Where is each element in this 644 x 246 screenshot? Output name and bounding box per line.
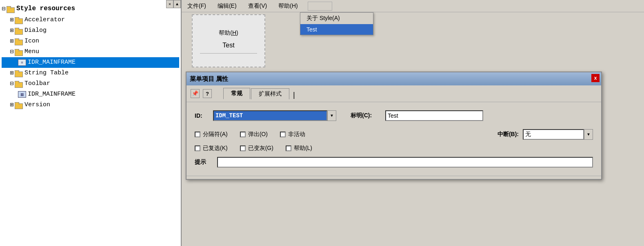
break-select[interactable] — [523, 129, 584, 140]
checkbox-row-2: 已复选(K) 已变灰(G) 帮助(L) — [195, 145, 593, 152]
properties-dialog: 菜单项目 属性 x 📌 ? 常规 扩展样式 | ID: ▼ 标明( — [186, 72, 602, 180]
expand-icon: ⊞ — [10, 69, 14, 77]
folder-icon — [15, 38, 23, 45]
checkbox-checked: 已复选(K) — [195, 145, 228, 152]
expand-icon: ⊟ — [10, 80, 14, 87]
dialog-toolbar: 📌 ? 常规 扩展样式 | — [187, 85, 601, 102]
help-btn[interactable]: ? — [203, 89, 212, 98]
folder-icon — [15, 17, 23, 23]
menu-preview-test-item[interactable]: Test — [214, 39, 242, 51]
tree-label-toolbar: Toolbar — [24, 79, 50, 89]
tree-root[interactable]: ⊟ Style resources — [2, 3, 179, 15]
checkbox-inactive-box[interactable] — [280, 132, 286, 137]
menu-extra-btn[interactable] — [308, 2, 332, 11]
resource-tree: ⊟ Style resources ⊞ Accelerator ⊞ Dialog… — [0, 0, 181, 114]
checkbox-checked-label: 已复选(K) — [203, 145, 228, 152]
tree-item-menu[interactable]: ⊟ Menu — [2, 47, 179, 57]
tree-label-icon: Icon — [24, 36, 39, 46]
folder-icon — [15, 49, 23, 55]
dropdown-item-about[interactable]: 关于 Style(A) — [300, 13, 373, 24]
menu-edit[interactable]: 编辑(E) — [216, 2, 238, 11]
id-label: ID: — [195, 112, 207, 119]
dialog-bottom-bar — [187, 176, 601, 179]
tree-item-string-table[interactable]: ⊞ String Table — [2, 68, 179, 78]
tree-label-string-table: String Table — [24, 68, 69, 78]
left-panel: ▲ ✕ ⊟ Style resources ⊞ Accelerator ⊞ Di… — [0, 0, 182, 246]
tree-item-toolbar[interactable]: ⊟ Toolbar — [2, 78, 179, 89]
checkbox-grayed: 已变灰(G) — [240, 145, 273, 152]
expand-icon: ⊞ — [10, 37, 14, 45]
checkbox-help: 帮助(L) — [286, 145, 312, 152]
folder-icon — [15, 27, 23, 34]
checkbox-popup: 弹出(O) — [240, 131, 268, 138]
tree-label-idr-mainframe-toolbar: IDR_MAINFRAME — [28, 89, 76, 99]
checkbox-grayed-label: 已变灰(G) — [248, 145, 273, 152]
break-section: 中断(B): ▼ — [497, 129, 593, 140]
tree-label-accelerator: Accelerator — [24, 15, 65, 25]
expand-icon: ⊞ — [10, 27, 14, 34]
checkbox-row-1: 分隔符(A) 弹出(O) 非活动 中断(B): ▼ — [195, 129, 593, 140]
toolbar-item-icon: ▦ — [18, 91, 26, 98]
tree-root-label: Style resources — [16, 4, 75, 14]
dialog-titlebar: 菜单项目 属性 x — [187, 72, 601, 85]
prompt-label: 提示 — [195, 159, 211, 166]
caption-label: 标明(C): — [351, 112, 379, 119]
checkbox-help-box[interactable] — [286, 145, 291, 151]
checkbox-inactive-label: 非活动 — [288, 131, 305, 138]
checkbox-grayed-box[interactable] — [240, 145, 246, 151]
close-panel-btn[interactable]: ✕ — [166, 0, 173, 8]
menu-item-icon: ≡ — [18, 59, 26, 66]
menu-file[interactable]: 文件(F) — [186, 2, 208, 11]
checkbox-inactive: 非活动 — [280, 131, 305, 138]
tree-item-idr-mainframe-toolbar[interactable]: ▦ IDR_MAINFRAME — [2, 89, 179, 100]
checkbox-help-label: 帮助(L) — [294, 145, 312, 152]
menu-bar: 文件(F) 编辑(E) 查看(V) 帮助(H) — [182, 0, 644, 12]
checkbox-separator: 分隔符(A) — [195, 131, 228, 138]
expand-icon: ⊟ — [10, 48, 14, 56]
folder-icon — [15, 81, 23, 87]
menu-dropdown: 关于 Style(A) Test — [300, 12, 373, 35]
checkbox-popup-box[interactable] — [240, 132, 246, 137]
menu-preview-help-item[interactable]: 帮助(H) — [211, 27, 246, 39]
tree-label-dialog: Dialog — [24, 26, 47, 36]
id-input-wrap: ▼ — [213, 110, 336, 121]
break-select-wrap: ▼ — [523, 129, 593, 140]
tab-extended[interactable]: 扩展样式 — [251, 88, 289, 99]
pin-btn[interactable]: 📌 — [191, 89, 200, 98]
menu-divider — [200, 53, 258, 54]
tree-label-version: Version — [24, 100, 50, 110]
expand-icon: ⊞ — [10, 101, 14, 109]
id-dropdown-btn[interactable]: ▼ — [327, 110, 336, 121]
tree-label-menu: Menu — [24, 47, 39, 57]
tree-item-icon[interactable]: ⊞ Icon — [2, 36, 179, 47]
dialog-body: ID: ▼ 标明(C): 分隔符(A) 弹出(O) — [187, 102, 601, 176]
caption-input[interactable] — [385, 110, 483, 121]
checkbox-separator-label: 分隔符(A) — [203, 131, 228, 138]
prompt-input[interactable] — [217, 157, 593, 168]
menu-view[interactable]: 查看(V) — [246, 2, 269, 11]
break-dropdown-btn[interactable]: ▼ — [584, 129, 593, 140]
tree-item-dialog[interactable]: ⊞ Dialog — [2, 25, 179, 36]
dialog-close-btn[interactable]: x — [591, 74, 600, 82]
tree-label-idr-mainframe-menu: IDR_MAINFRAME — [28, 58, 76, 67]
checkbox-checked-box[interactable] — [195, 145, 200, 151]
tree-item-version[interactable]: ⊞ Version — [2, 100, 179, 110]
id-row: ID: ▼ 标明(C): — [195, 110, 593, 121]
folder-icon — [15, 70, 23, 76]
folder-icon — [7, 6, 15, 12]
tree-item-accelerator[interactable]: ⊞ Accelerator — [2, 15, 179, 25]
checkbox-popup-label: 弹出(O) — [248, 131, 268, 138]
scroll-up-btn[interactable]: ▲ — [173, 0, 181, 8]
tab-separator: | — [290, 91, 296, 99]
dialog-title: 菜单项目 属性 — [190, 75, 228, 83]
dropdown-item-test[interactable]: Test — [300, 24, 373, 35]
expand-icon: ⊞ — [10, 16, 14, 24]
id-input[interactable] — [213, 110, 327, 121]
tree-item-idr-mainframe-menu[interactable]: ≡ IDR_MAINFRAME — [2, 57, 179, 68]
tab-general[interactable]: 常规 — [223, 88, 250, 99]
checkbox-separator-box[interactable] — [195, 132, 200, 137]
menu-preview: 帮助(H) Test — [192, 14, 265, 67]
prompt-row: 提示 — [195, 157, 593, 168]
menu-help[interactable]: 帮助(H) — [277, 2, 299, 11]
folder-icon — [15, 102, 23, 108]
